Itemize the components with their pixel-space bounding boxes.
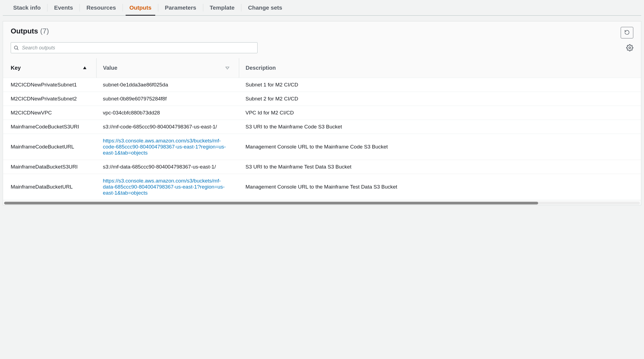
search-icon xyxy=(13,45,19,51)
svg-point-0 xyxy=(14,46,18,49)
cell-description: VPC Id for M2 CI/CD xyxy=(239,106,641,120)
cell-description: Management Console URL to the Mainframe … xyxy=(239,174,641,200)
search-input[interactable] xyxy=(11,42,258,53)
cell-value: s3://mf-data-685ccc90-804004798367-us-ea… xyxy=(96,160,239,174)
cell-description: S3 URI to the Mainframe Test Data S3 Buc… xyxy=(239,160,641,174)
cell-description: Subnet 2 for M2 CI/CD xyxy=(239,92,641,106)
tab-stack-info[interactable]: Stack info xyxy=(7,0,47,15)
column-header-key[interactable]: Key xyxy=(3,58,96,78)
svg-marker-4 xyxy=(226,67,229,69)
tab-events[interactable]: Events xyxy=(47,0,80,15)
cell-value[interactable]: https://s3.console.aws.amazon.com/s3/buc… xyxy=(96,134,239,160)
cell-description: Subnet 1 for M2 CI/CD xyxy=(239,78,641,92)
cell-value: subnet-0e1dda3ae86f025da xyxy=(96,78,239,92)
cell-key: MainframeCodeBucketURL xyxy=(3,134,96,160)
svg-point-2 xyxy=(629,47,631,49)
panel-title: Outputs xyxy=(11,27,38,35)
table-row: MainframeCodeBucketS3URIs3://mf-code-685… xyxy=(3,120,641,134)
cell-key: M2CICDNewPrivateSubnet1 xyxy=(3,78,96,92)
cell-key: MainframeCodeBucketS3URI xyxy=(3,120,96,134)
outputs-panel: Outputs (7) xyxy=(3,21,641,205)
column-header-key-label: Key xyxy=(11,65,21,71)
table-row: MainframeDataBucketS3URIs3://mf-data-685… xyxy=(3,160,641,174)
tab-template[interactable]: Template xyxy=(203,0,241,15)
table-row: M2CICDNewPrivateSubnet1subnet-0e1dda3ae8… xyxy=(3,78,641,92)
gear-icon xyxy=(626,48,633,52)
sort-asc-icon xyxy=(83,65,87,71)
settings-button[interactable] xyxy=(626,44,633,51)
sort-none-icon xyxy=(225,65,230,71)
tab-bar: Stack infoEventsResourcesOutputsParamete… xyxy=(3,0,641,16)
column-header-description[interactable]: Description xyxy=(239,58,641,78)
cell-key: MainframeDataBucketS3URI xyxy=(3,160,96,174)
tab-outputs[interactable]: Outputs xyxy=(123,0,158,15)
refresh-icon xyxy=(624,30,630,36)
tab-resources[interactable]: Resources xyxy=(80,0,122,15)
cell-key: M2CICDNewPrivateSubnet2 xyxy=(3,92,96,106)
cell-value: subnet-0b89e607975284f8f xyxy=(96,92,239,106)
table-row: MainframeDataBucketURLhttps://s3.console… xyxy=(3,174,641,200)
horizontal-scrollbar[interactable] xyxy=(4,202,640,204)
svg-line-1 xyxy=(17,49,18,50)
table-row: M2CICDNewPrivateSubnet2subnet-0b89e60797… xyxy=(3,92,641,106)
cell-value: vpc-034cbfc880b73dd28 xyxy=(96,106,239,120)
outputs-table: Key Value xyxy=(3,58,641,200)
cell-key: M2CICDNewVPC xyxy=(3,106,96,120)
panel-count: (7) xyxy=(40,27,49,35)
table-row: MainframeCodeBucketURLhttps://s3.console… xyxy=(3,134,641,160)
svg-marker-3 xyxy=(83,66,86,69)
column-header-description-label: Description xyxy=(246,65,276,71)
cell-key: MainframeDataBucketURL xyxy=(3,174,96,200)
tab-parameters[interactable]: Parameters xyxy=(158,0,203,15)
cell-value: s3://mf-code-685ccc90-804004798367-us-ea… xyxy=(96,120,239,134)
column-header-value[interactable]: Value xyxy=(96,58,239,78)
tab-change-sets[interactable]: Change sets xyxy=(241,0,289,15)
column-header-value-label: Value xyxy=(103,65,117,71)
value-link[interactable]: https://s3.console.aws.amazon.com/s3/buc… xyxy=(103,138,226,156)
refresh-button[interactable] xyxy=(621,27,633,38)
outputs-table-wrap: Key Value xyxy=(3,58,641,200)
cell-value[interactable]: https://s3.console.aws.amazon.com/s3/buc… xyxy=(96,174,239,200)
value-link[interactable]: https://s3.console.aws.amazon.com/s3/buc… xyxy=(103,178,225,196)
cell-description: S3 URI to the Mainframe Code S3 Bucket xyxy=(239,120,641,134)
table-row: M2CICDNewVPCvpc-034cbfc880b73dd28VPC Id … xyxy=(3,106,641,120)
cell-description: Management Console URL to the Mainframe … xyxy=(239,134,641,160)
